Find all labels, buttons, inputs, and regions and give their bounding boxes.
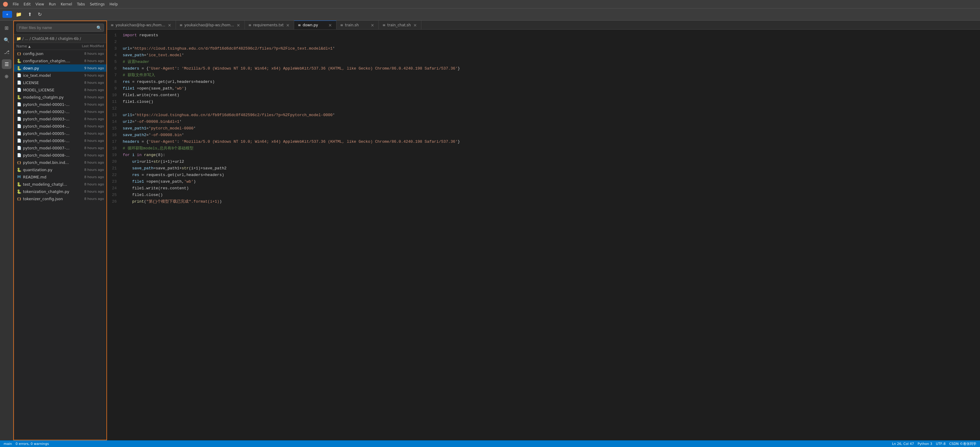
menu-item-view[interactable]: View	[35, 2, 44, 6]
search-input[interactable]	[16, 24, 104, 32]
code-line: 1import requests	[107, 32, 980, 39]
code-line: 25 file1.close()	[107, 192, 980, 198]
file-name-label: tokenizer_config.json	[23, 196, 71, 201]
tab-close-button[interactable]: ×	[236, 23, 241, 27]
tab-name-label: youkaichao@lsp-ws:/hom…	[185, 23, 234, 27]
file-modified-label: 8 hours ago	[71, 124, 104, 128]
code-line: 23 file1 =open(save_path,'wb')	[107, 179, 980, 185]
menu-item-run[interactable]: Run	[49, 2, 56, 6]
line-content: url2='-of-00008.bin&dl=1'	[121, 118, 980, 125]
name-column-header[interactable]: Name ▲	[16, 44, 71, 48]
list-item[interactable]: 🐍tokenization_chatglm.py8 hours ago	[14, 188, 107, 195]
line-number: 26	[107, 198, 121, 205]
file-list: {}config.json8 hours ago🐍configuration_c…	[14, 50, 107, 440]
line-content: url='https://cloud.tsinghua.edu.cn/d/fb9…	[121, 45, 980, 52]
tab-close-button[interactable]: ×	[413, 23, 417, 27]
menu-item-tabs[interactable]: Tabs	[77, 2, 85, 6]
tab-tab1[interactable]: ≡youkaichao@lsp-ws:/hom…×	[107, 21, 176, 29]
line-number: 21	[107, 165, 121, 172]
upload-button[interactable]: ⬆	[25, 10, 34, 18]
file-type-icon: 📄	[16, 145, 22, 151]
list-item[interactable]: 📄pytorch_model-00008-…8 hours ago	[14, 152, 107, 159]
list-item[interactable]: 🐍modeling_chatglm.py8 hours ago	[14, 93, 107, 101]
list-icon[interactable]: ☰	[2, 59, 11, 69]
line-content: # 设置header	[121, 59, 980, 65]
file-name-label: pytorch_model-00006-…	[23, 139, 71, 143]
tab-close-button[interactable]: ×	[328, 23, 332, 27]
code-line: 5# 设置header	[107, 59, 980, 65]
line-content: headers = {'User-Agent': 'Mozilla/5.0 (W…	[121, 65, 980, 72]
list-item[interactable]: 🐍configuration_chatglm.py8 hours ago	[14, 57, 107, 64]
tab-file-icon: ≡	[382, 23, 385, 27]
line-content: res = requests.get(url,headers=headers)	[121, 172, 980, 179]
list-item[interactable]: 📄pytorch_model-00004-…8 hours ago	[14, 123, 107, 130]
file-type-icon: 🐍	[16, 58, 22, 64]
line-content: save_path='ice_text.model'	[121, 52, 980, 59]
new-button[interactable]: +	[2, 11, 12, 18]
list-item[interactable]: 📄pytorch_model-00001-…9 hours ago	[14, 101, 107, 108]
line-number: 13	[107, 112, 121, 118]
code-line: 21 save_path=save_path1+str(i+1)+save_pa…	[107, 165, 980, 172]
line-number: 6	[107, 65, 121, 72]
files-icon[interactable]: ⊞	[2, 23, 11, 33]
list-item[interactable]: 📄ice_text.model9 hours ago	[14, 72, 107, 79]
tab-close-button[interactable]: ×	[370, 23, 375, 27]
list-item[interactable]: 📄pytorch_model-00006-…8 hours ago	[14, 137, 107, 144]
list-item[interactable]: 📄pytorch_model-00007-…8 hours ago	[14, 144, 107, 152]
menu-item-file[interactable]: File	[13, 2, 19, 6]
code-line: 14url2='-of-00008.bin&dl=1'	[107, 118, 980, 125]
tab-name-label: requirements.txt	[253, 23, 284, 27]
refresh-button[interactable]: ↻	[35, 10, 44, 18]
line-number: 4	[107, 52, 121, 59]
line-content: file1 =open(save_path,'wb')	[121, 179, 980, 185]
list-item[interactable]: 🐍quantization.py8 hours ago	[14, 166, 107, 173]
line-number: 12	[107, 105, 121, 112]
open-folder-button[interactable]: 📁	[13, 10, 24, 18]
file-modified-label: 8 hours ago	[71, 190, 104, 193]
file-list-header: Name ▲ Last Modified	[14, 43, 107, 50]
list-item[interactable]: 📄pytorch_model-00005-…8 hours ago	[14, 130, 107, 137]
list-item[interactable]: 🐍test_modeling_chatglm….8 hours ago	[14, 180, 107, 188]
list-item[interactable]: 📄MODEL_LICENSE8 hours ago	[14, 86, 107, 93]
tab-tab6[interactable]: ≡train_chat.sh×	[379, 21, 422, 29]
editor-area: ≡youkaichao@lsp-ws:/hom…×≡youkaichao@lsp…	[107, 21, 980, 441]
tab-name-label: train.sh	[345, 23, 368, 27]
list-item[interactable]: 📄pytorch_model-00003-…8 hours ago	[14, 115, 107, 123]
code-line: 24 file1.write(res.content)	[107, 185, 980, 192]
menu-item-help[interactable]: Help	[110, 2, 118, 6]
tab-tab2[interactable]: ≡youkaichao@lsp-ws:/hom…×	[176, 21, 245, 29]
list-item[interactable]: {}pytorch_model.bin.inde…8 hours ago	[14, 159, 107, 166]
file-name-label: pytorch_model-00008-…	[23, 153, 71, 158]
list-item[interactable]: {}tokenizer_config.json8 hours ago	[14, 195, 107, 202]
line-content: import requests	[121, 32, 980, 39]
file-name-label: modeling_chatglm.py	[23, 95, 71, 99]
file-modified-label: 9 hours ago	[71, 66, 104, 70]
tab-close-button[interactable]: ×	[167, 23, 172, 27]
search-sidebar-icon[interactable]: 🔍	[2, 35, 11, 45]
tab-tab3[interactable]: ≡requirements.txt×	[245, 21, 294, 29]
line-content: file1.write(res.content)	[121, 92, 980, 99]
list-item[interactable]: 🐍down.py9 hours ago	[14, 64, 107, 72]
editor-content[interactable]: 1import requests23url='https://cloud.tsi…	[107, 30, 980, 441]
menu-item-edit[interactable]: Edit	[24, 2, 30, 6]
extensions-icon[interactable]: ⊕	[2, 71, 11, 81]
list-item[interactable]: MREADME.md8 hours ago	[14, 173, 107, 180]
list-item[interactable]: {}config.json8 hours ago	[14, 50, 107, 57]
main-area: ⊞🔍⎇☰⊕ 🔍 📁 / … / ChatGLM-6B / chatglm-6b …	[0, 21, 980, 441]
code-line: 10file1.write(res.content)	[107, 92, 980, 99]
menu-item-kernel[interactable]: Kernel	[61, 2, 72, 6]
code-line: 17headers = {'User-Agent': 'Mozilla/5.0 …	[107, 139, 980, 145]
git-icon[interactable]: ⎇	[2, 47, 11, 57]
file-type-icon: 📄	[16, 73, 22, 78]
file-type-icon: 📄	[16, 138, 22, 144]
menu-item-settings[interactable]: Settings	[90, 2, 105, 6]
tab-file-icon: ≡	[180, 23, 183, 27]
file-name-label: config.json	[23, 51, 71, 56]
tab-tab5[interactable]: ≡train.sh×	[336, 21, 379, 29]
list-item[interactable]: 📄LICENSE8 hours ago	[14, 79, 107, 86]
tab-tab4[interactable]: ≡down.py×	[294, 21, 336, 29]
file-name-label: ice_text.model	[23, 73, 71, 78]
tab-close-button[interactable]: ×	[285, 23, 290, 27]
list-item[interactable]: 📄pytorch_model-00002-…9 hours ago	[14, 108, 107, 115]
line-content: headers = {'User-Agent': 'Mozilla/5.0 (W…	[121, 139, 980, 145]
